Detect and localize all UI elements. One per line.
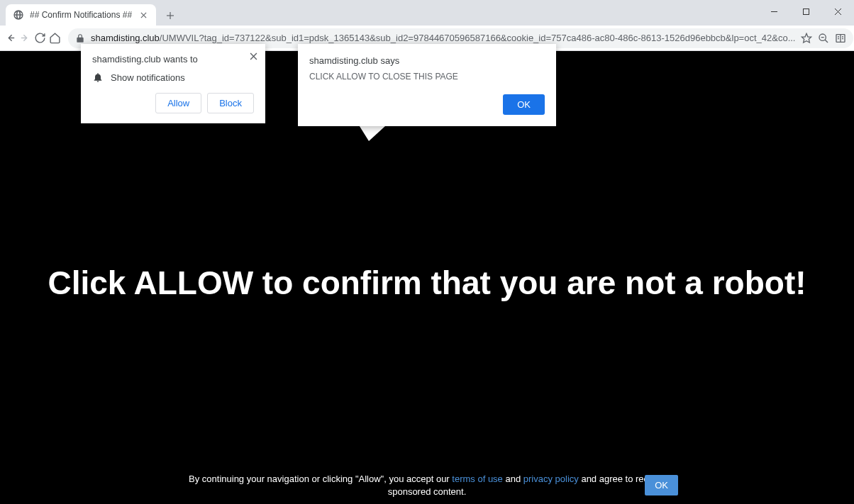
url-path: /UMWVIL?tag_id=737122&sub_id1=pdsk_13651… (160, 33, 796, 43)
popup-title: shamdisting.club wants to (92, 54, 254, 65)
tab-title: ## Confirm Notifications ## (30, 10, 132, 20)
terms-link[interactable]: terms of use (452, 474, 503, 484)
alert-message: CLICK ALLOW TO CLOSE THIS PAGE (309, 72, 545, 82)
back-button[interactable] (4, 28, 16, 48)
lock-icon (75, 33, 85, 43)
popup-close-button[interactable] (248, 51, 258, 61)
browser-tab[interactable]: ## Confirm Notifications ## (6, 4, 156, 26)
allow-button[interactable]: Allow (155, 93, 201, 113)
window-maximize-button[interactable] (790, 1, 822, 22)
forward-button[interactable] (19, 28, 31, 48)
globe-icon (13, 9, 24, 21)
window-close-button[interactable] (822, 1, 854, 22)
permission-label: Show notifications (111, 72, 185, 83)
alert-origin: shamdisting.club says (309, 55, 545, 66)
main-heading: Click ALLOW to confirm that you are not … (0, 264, 854, 302)
reload-button[interactable] (34, 28, 46, 48)
bookmark-star-icon[interactable] (801, 33, 812, 44)
alert-ok-button[interactable]: OK (503, 94, 545, 115)
tab-close-button[interactable] (138, 9, 149, 21)
svg-rect-1 (804, 9, 809, 14)
svg-marker-10 (802, 33, 811, 43)
tab-bar: ## Confirm Notifications ## (0, 0, 854, 26)
reader-mode-icon[interactable] (835, 33, 846, 44)
bell-icon (92, 72, 104, 83)
privacy-link[interactable]: privacy policy (523, 474, 579, 484)
consent-footer: By continuing your navigation or clickin… (0, 473, 854, 498)
url-text: shamdisting.club/UMWVIL?tag_id=737122&su… (91, 33, 795, 43)
js-alert-dialog: shamdisting.club says CLICK ALLOW TO CLO… (298, 44, 556, 126)
notification-permission-popup: shamdisting.club wants to Show notificat… (81, 44, 265, 123)
consent-ok-button[interactable]: OK (645, 475, 678, 495)
home-button[interactable] (49, 28, 61, 48)
new-tab-button[interactable] (160, 6, 180, 26)
url-domain: shamdisting.club (91, 33, 160, 43)
block-button[interactable]: Block (207, 93, 254, 113)
zoom-icon[interactable] (818, 33, 829, 44)
window-minimize-button[interactable] (758, 1, 790, 22)
consent-text: By continuing your navigation or clickin… (179, 473, 675, 498)
svg-line-12 (825, 40, 828, 43)
